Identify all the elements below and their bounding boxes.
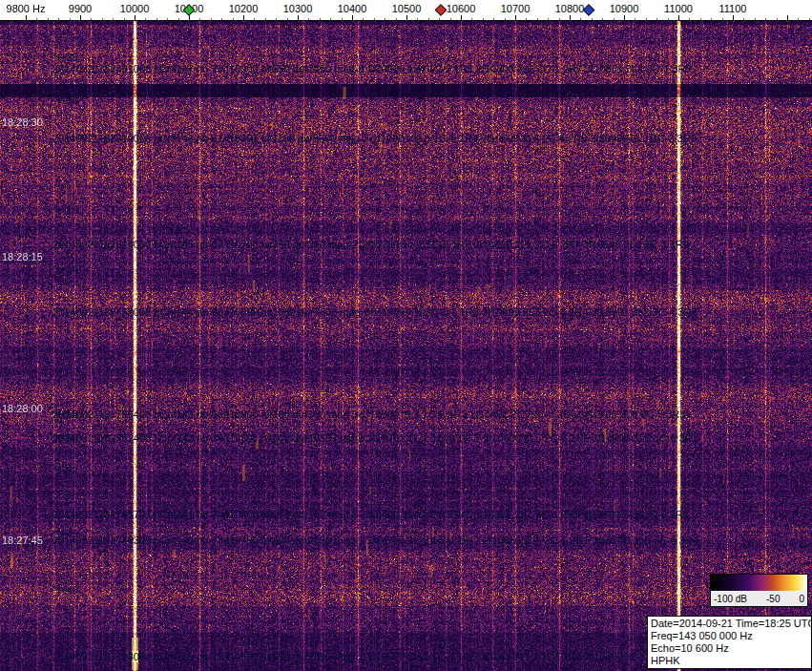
ruler-tick [668,18,669,20]
db-max-label: 0 [799,594,804,604]
ruler-tick [787,15,788,20]
ruler-tick [352,15,353,20]
freq-tick-label: 10500 [392,3,422,14]
ruler-tick [48,18,49,20]
ruler-tick [91,18,92,20]
ruler-tick [461,15,462,20]
db-mid-label: -50 [766,594,780,604]
ruler-tick [113,18,114,20]
ruler-tick [102,18,103,20]
ruler-tick [450,18,451,20]
ruler-tick [580,18,581,20]
ruler-tick [308,18,309,20]
ruler-tick [330,18,331,20]
ruler-tick [156,18,157,20]
freq-tick-label: 10300 [283,3,313,14]
ruler-tick [493,18,494,20]
ruler-tick [298,15,299,20]
info-date-time: Date=2014-09-21 Time=18:25 UTC [651,618,808,630]
freq-tick-label: 10700 [501,3,531,14]
freq-tick-label: 10400 [338,3,367,14]
ruler-tick [243,15,244,20]
echo-log-line: 20140921182819008 hCnt146 nb-61 f10901 h… [52,133,697,144]
time-offset-marker: ^t+52 [52,465,78,476]
freq-tick-label: 9800 Hz [7,3,46,14]
ruler-tick [646,18,647,20]
ruler-tick [755,18,756,20]
time-offset-marker: ^t+40 [52,584,78,596]
time-axis-label: 18:28:30 [2,116,43,128]
ruler-tick [559,18,560,20]
ruler-tick [537,18,538,20]
ruler-tick [167,18,168,20]
freq-tick-label: 11100 [719,3,747,14]
echo-log-line: 20140921182831008 hCnt147 nb-73 f10900 h… [52,63,692,74]
info-frequency: Freq=143 050 000 Hz [651,630,808,642]
time-axis-label: 18:28:15 [2,251,43,262]
ruler-tick [26,15,27,20]
ruler-tick [526,18,527,20]
ruler-tick [765,18,766,20]
info-station-id: HPHK [651,655,808,667]
ruler-tick [733,15,734,20]
echo-log-line: 20140921182745708 hCnt141 nb-74 f10400 h… [52,509,689,520]
ruler-tick [711,18,712,20]
ruler-tick [722,18,723,20]
ruler-tick [80,15,81,20]
ruler-tick [689,18,690,20]
db-gradient-bar [711,575,807,591]
time-offset-marker: ^t+35 [52,52,78,63]
db-scale-labels: -100 dB -50 0 [711,591,807,606]
spectrogram-canvas[interactable] [0,21,812,671]
echo-log-line: 20140921182814008 hCnt145 nb-63 f10700 h… [52,239,689,250]
ruler-tick [178,18,179,20]
time-axis-label: 18:27:45 [2,535,43,546]
ruler-tick [656,18,657,20]
freq-tick-label: 10800 [555,3,585,14]
red-diamond-marker-icon[interactable] [435,4,448,16]
ruler-tick [221,18,222,20]
ruler-tick [635,18,635,20]
ruler-tick [570,15,571,20]
ruler-tick [471,18,472,20]
ruler-tick [199,18,200,20]
ruler-tick [58,18,59,20]
echo-log-line: 20140921182728008 hCnt139 nb-72 f10500 h… [52,651,659,662]
ruler-tick [614,18,614,20]
time-offset-marker: ^t+19 [52,204,78,216]
ruler-tick [276,18,277,20]
ruler-tick [743,18,744,20]
ruler-tick [211,18,212,20]
ruler-tick [374,18,375,20]
freq-tick-label: 10900 [610,3,639,14]
echo-log-line: 20140921182752408 hCnt142 nb-74 f10301 h… [52,432,698,444]
ruler-tick [406,15,407,20]
ruler-tick [396,18,397,20]
echo-log-line: 20140921182756408 hCnt143 nb-65 f10900 h… [52,409,685,420]
ruler-tick [265,18,266,20]
ruler-tick [145,18,146,20]
ruler-tick [700,18,701,20]
ruler-tick [189,15,190,20]
ruler-tick [428,18,429,20]
blue-diamond-marker-icon[interactable] [583,4,595,16]
time-offset-marker: ^t+31 [52,94,78,106]
ruler-tick [678,15,679,20]
ruler-tick [124,18,125,20]
ruler-tick [342,18,343,20]
ruler-tick [254,18,255,20]
ruler-tick [548,18,549,20]
time-axis-label: 18:28:00 [2,403,43,414]
ruler-tick [777,18,778,20]
ruler-tick [363,18,364,20]
ruler-tick [505,18,506,20]
ruler-tick [592,18,593,20]
ruler-tick [287,18,288,20]
echo-log-line: 20140921182740308 hCnt140 nb-78 f10750 h… [52,535,698,546]
ruler-tick [602,18,603,20]
freq-tick-label: 11000 [664,3,693,14]
ruler-tick [36,18,37,20]
observation-info-box: Date=2014-09-21 Time=18:25 UTC Freq=143 … [647,616,812,669]
ruler-tick [798,18,799,20]
ruler-tick [70,18,71,20]
